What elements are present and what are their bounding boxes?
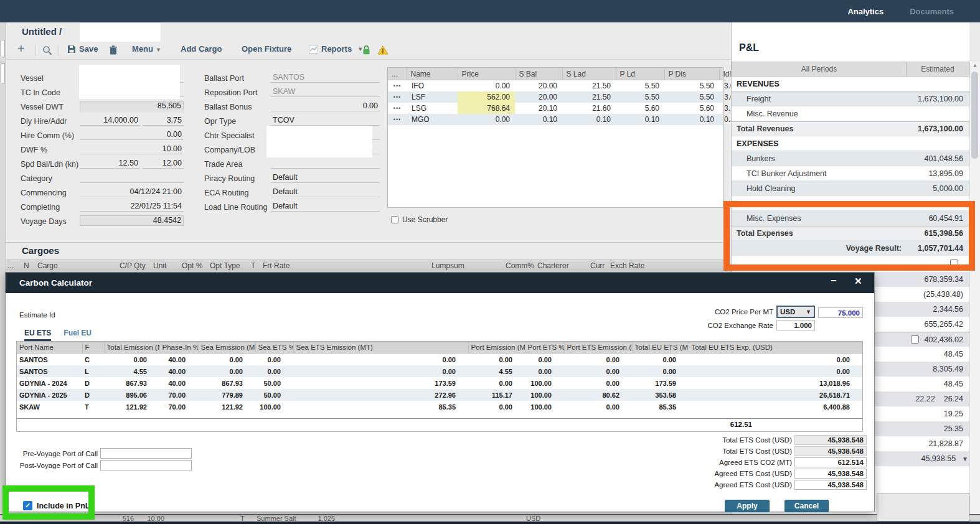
row-menu-button[interactable]: ••• (388, 114, 407, 125)
fuel-table: ...NamePriceS BalS LadP LdP DisIdle•••IF… (388, 68, 723, 125)
fuel-cell[interactable]: 0.10 (664, 114, 719, 125)
fuel-price-cell[interactable]: 0.00 (458, 80, 515, 92)
pnl-row: Hold Cleaning5,000.00 (732, 181, 969, 196)
fuel-cell[interactable]: 5.60 (616, 103, 664, 114)
delete-icon[interactable] (110, 45, 117, 57)
fuel-cell[interactable]: 5.50 (616, 91, 664, 103)
new-estimate-button[interactable]: + (17, 42, 25, 56)
fuel-price-cell[interactable]: 0.00 (458, 114, 515, 125)
field-input[interactable]: 22/01/25 11:54 (80, 201, 184, 212)
field-input[interactable]: Default (271, 201, 380, 212)
ets-cost-label: Agreed ETS CO2 (MT) (719, 459, 792, 466)
pnl-col-all-periods[interactable]: All Periods (732, 62, 907, 77)
row-menu-button[interactable]: ••• (388, 80, 407, 92)
reports-button[interactable]: Reports▼ (309, 44, 363, 54)
field-input[interactable]: TCOV (271, 115, 380, 126)
fuel-cell[interactable]: 3.10 (719, 103, 723, 114)
close-icon[interactable]: ✕ (854, 276, 862, 287)
field-input[interactable]: 3.75 (143, 115, 184, 126)
add-cargo-button[interactable]: Add Cargo (181, 44, 222, 54)
co2-currency-select[interactable]: USD▼ (776, 306, 815, 318)
open-fixture-button[interactable]: Open Fixture (242, 44, 291, 54)
save-button[interactable]: Save (67, 44, 98, 54)
cargo-col-header: Charterer (537, 261, 569, 270)
fuel-cell[interactable]: 21.60 (562, 103, 616, 114)
fuel-cell[interactable]: 21.50 (562, 80, 616, 92)
field-input[interactable]: Default (271, 187, 380, 197)
fuel-cell[interactable]: 20.00 (515, 80, 562, 92)
dialog-header[interactable]: Carbon Calculator − ✕ (6, 273, 874, 293)
fuel-cell[interactable]: 0.10 (562, 114, 616, 125)
scroll-up-icon[interactable]: ▲ (970, 62, 980, 68)
warning-icon[interactable] (377, 45, 389, 57)
row-menu-button[interactable]: ••• (388, 91, 407, 103)
nav-analytics[interactable]: Analytics (847, 7, 883, 16)
field-input[interactable]: 10.00 (80, 144, 184, 154)
field-input[interactable]: SKAW (271, 87, 380, 97)
rail-handle[interactable] (1, 40, 5, 57)
fuel-cell[interactable]: 20.00 (515, 91, 562, 103)
co2-price-input[interactable]: 75.000 (818, 307, 863, 318)
post-voyage-input[interactable] (100, 460, 192, 470)
fuel-name-cell[interactable]: LSF (407, 91, 458, 103)
ets-cost-input[interactable]: 612.514 (794, 457, 867, 467)
nav-documents[interactable]: Documents (910, 7, 954, 16)
emissions-col-header: Sea ETS Emission (MT) (293, 342, 468, 353)
field-input[interactable]: Default (271, 172, 380, 183)
fuel-name-cell[interactable]: IFO (407, 80, 458, 92)
use-scrubber-checkbox[interactable] (391, 216, 398, 223)
chevron-down-icon[interactable]: ▼ (962, 456, 968, 462)
fuel-cell[interactable]: 3.00 (719, 91, 723, 103)
emissions-cell: 85.35 (293, 401, 468, 413)
fuel-price-cell[interactable]: 562.00 (458, 91, 515, 103)
pnl-row-checkbox[interactable] (911, 335, 919, 344)
fuel-cell[interactable]: 0.10 (515, 114, 562, 125)
fuel-cell[interactable]: 5.50 (616, 80, 664, 92)
field-input[interactable] (271, 158, 380, 169)
pnl-row-label: Misc. Revenue (732, 110, 907, 118)
pnl-scrollbar[interactable]: ▲ ▼ (969, 62, 980, 520)
emissions-cell: 173.59 (293, 377, 468, 389)
emissions-row: SKAWT121.9270.00121.92100.0085.350.00100… (17, 401, 862, 413)
fuel-cell[interactable]: 5.50 (664, 80, 719, 92)
fuel-name-cell[interactable]: MGO (407, 114, 458, 125)
cargoes-title: Cargoes (22, 245, 59, 256)
fuel-cell[interactable]: 0.10 (719, 114, 723, 125)
ets-cost-input[interactable]: 45,938.548 (794, 480, 867, 490)
rail-handle[interactable] (1, 63, 5, 83)
pre-voyage-input[interactable] (100, 448, 192, 459)
fuel-col-header: ... (388, 68, 407, 80)
row-menu-button[interactable]: ••• (388, 103, 407, 114)
fuel-cell[interactable]: 3.00 (719, 80, 723, 92)
fuel-cell[interactable]: 21.50 (562, 91, 616, 103)
pnl-col-estimated[interactable]: Estimated (907, 62, 969, 77)
menu-button[interactable]: Menu▼ (132, 44, 161, 54)
minimize-icon[interactable]: − (831, 275, 836, 286)
emissions-cell: 0.00 (468, 353, 525, 366)
fuel-price-cell[interactable]: 768.64 (458, 103, 515, 114)
field-input[interactable]: 14,000.00 (80, 115, 140, 126)
emissions-col-header: Total Emission (MT) (104, 342, 159, 353)
field-input[interactable]: 12.50 (80, 158, 140, 169)
tab-eu-ets[interactable]: EU ETS (24, 329, 51, 341)
tab-fuel-eu[interactable]: Fuel EU (64, 329, 92, 341)
ets-cost-input[interactable]: 45,938.548 (794, 469, 867, 479)
pnl-row-value: 678,359.34 (924, 275, 969, 284)
scroll-thumb[interactable] (971, 72, 978, 159)
search-icon[interactable] (42, 45, 52, 58)
fuel-cell[interactable]: 20.10 (515, 103, 562, 114)
co2-rate-input[interactable]: 1.000 (776, 320, 815, 330)
fuel-cell[interactable]: 0.10 (616, 114, 664, 125)
field-input[interactable]: 12.00 (143, 158, 184, 169)
field-input[interactable]: 04/12/24 21:00 (80, 187, 184, 197)
fuel-cell[interactable]: 5.60 (664, 103, 719, 114)
field-input[interactable]: 0.00 (80, 129, 184, 140)
fuel-name-cell[interactable]: LSG (407, 103, 458, 114)
field-input[interactable]: SANTOS (271, 72, 380, 83)
form-field-row: Completing22/01/25 11:54 (21, 197, 184, 212)
fuel-cell[interactable]: 5.50 (664, 91, 719, 103)
field-input[interactable] (80, 172, 184, 183)
cancel-button[interactable]: Cancel (784, 500, 829, 512)
field-input[interactable]: 0.00 (271, 101, 380, 111)
apply-button[interactable]: Apply (725, 500, 770, 512)
